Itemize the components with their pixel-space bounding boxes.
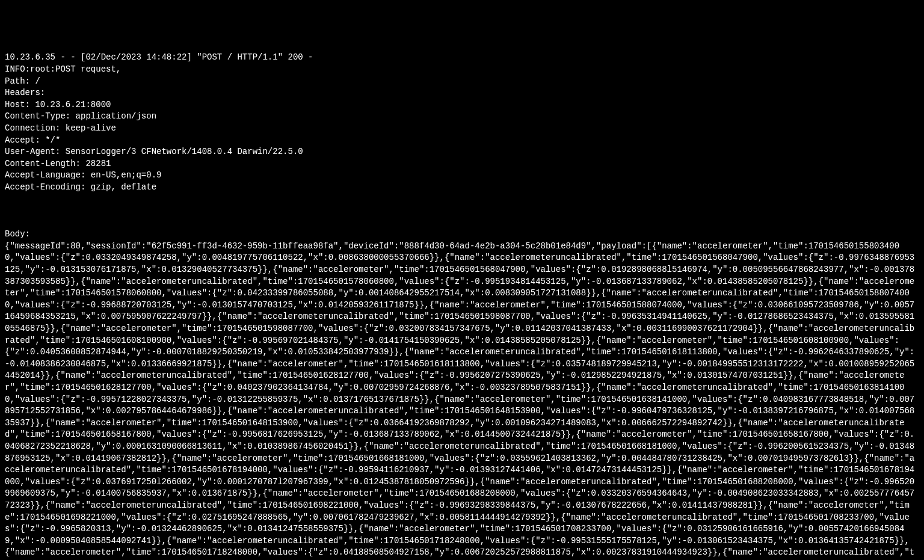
access-log-line: 10.23.6.35 - - [02/Dec/2023 14:48:22] "P… (5, 52, 313, 62)
header-host: Host: 10.23.6.21:8000 (5, 100, 111, 109)
info-line: INFO:root:POST request, (5, 64, 121, 74)
terminal-output: 10.23.6.35 - - [02/Dec/2023 14:48:22] "P… (5, 52, 919, 560)
header-accept-language: Accept-Language: en-US,en;q=0.9 (5, 170, 161, 180)
header-accept-encoding: Accept-Encoding: gzip, deflate (5, 182, 156, 192)
header-content-length: Content-Length: 28281 (5, 159, 111, 168)
body-label: Body: (5, 229, 30, 239)
header-content-type: Content-Type: application/json (5, 111, 156, 121)
headers-label: Headers: (5, 88, 45, 97)
body-json: {"messageId":80,"sessionId":"62f5c991-ff… (5, 241, 914, 560)
header-connection: Connection: keep-alive (5, 123, 116, 133)
header-accept: Accept: */* (5, 135, 60, 145)
path-line: Path: / (5, 76, 40, 86)
header-user-agent: User-Agent: SensorLogger/3 CFNetwork/140… (5, 147, 303, 156)
